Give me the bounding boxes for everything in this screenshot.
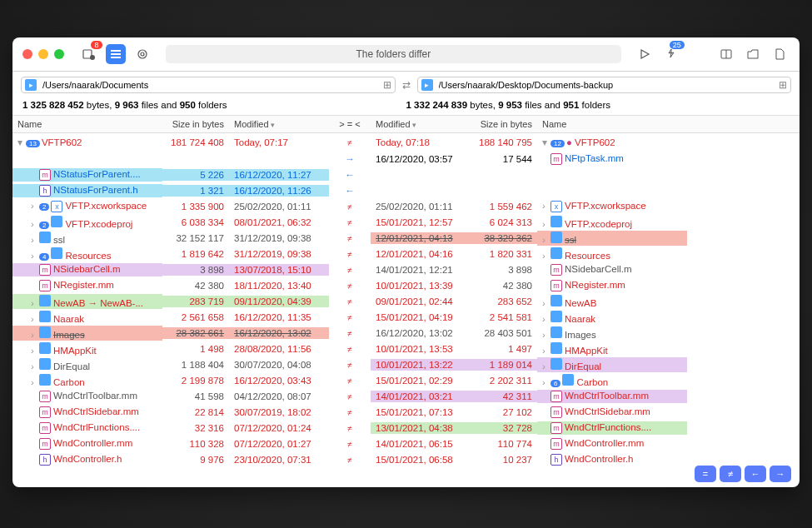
file-size: 1 498	[162, 343, 229, 355]
close-button[interactable]	[22, 49, 32, 59]
table-row[interactable]: mNSidebarCell.m3 89813/07/2018, 15:10≠14…	[12, 262, 800, 277]
chevron-right-icon[interactable]: ›	[31, 330, 39, 340]
left-path-input[interactable]	[42, 80, 380, 90]
header-name-right[interactable]: Name	[537, 116, 687, 132]
equals-button[interactable]: =	[695, 466, 716, 482]
table-row[interactable]: ›2VFTP.xcodeproj6 038 33408/01/2021, 06:…	[12, 214, 800, 230]
chevron-right-icon[interactable]: ›	[31, 251, 39, 261]
chevron-right-icon[interactable]: ›	[542, 298, 550, 308]
left-path-box[interactable]: ▸ ⊞	[21, 77, 396, 93]
table-row[interactable]: mWndCtrlToolbar.mm41 59804/12/2020, 08:0…	[12, 388, 800, 404]
sync-icon[interactable]: 25	[661, 44, 681, 64]
layout-columns-icon[interactable]	[716, 44, 736, 64]
table-row[interactable]: mWndCtrlSidebar.mm22 81430/07/2019, 18:0…	[12, 404, 800, 420]
diff-indicator: ≠	[329, 343, 371, 355]
table-row[interactable]: hWndController.h9 97623/10/2020, 07:31≠1…	[12, 451, 800, 467]
chevron-right-icon[interactable]: ›	[542, 314, 550, 324]
file-name: Naarak	[53, 314, 84, 324]
copy-left-button[interactable]: ←	[745, 466, 766, 482]
table-row[interactable]: ›Naarak2 561 65816/12/2020, 11:35≠15/01/…	[12, 309, 800, 325]
not-equals-button[interactable]: ≠	[720, 466, 741, 482]
chevron-right-icon[interactable]: ›	[542, 346, 550, 356]
chevron-right-icon[interactable]: ›	[31, 361, 39, 371]
table-row[interactable]: ›ssl32 152 11731/12/2019, 09:38≠12/01/20…	[12, 230, 800, 246]
header-size-right[interactable]: Size in bytes	[471, 116, 537, 132]
chevron-down-icon[interactable]: ▾	[17, 137, 26, 148]
play-icon[interactable]	[635, 44, 655, 64]
table-row[interactable]: ›DirEqual1 188 40430/07/2020, 04:08≠10/0…	[12, 356, 800, 372]
table-row[interactable]: ›Images28 382 66116/12/2020, 13:02≠16/12…	[12, 325, 800, 341]
table-row[interactable]: ›Carbon2 199 87816/12/2020, 03:43≠15/01/…	[12, 372, 800, 388]
header-size-left[interactable]: Size in bytes	[162, 116, 229, 132]
chevron-down-icon[interactable]: ▾	[542, 137, 550, 148]
chevron-right-icon[interactable]: ›	[542, 361, 550, 371]
svg-point-5	[138, 50, 147, 58]
chevron-right-icon[interactable]: ›	[31, 219, 39, 229]
fullscreen-button[interactable]	[54, 49, 64, 59]
file-modified: 25/02/2020, 01:11	[371, 201, 471, 212]
chevron-right-icon[interactable]: ›	[542, 219, 550, 229]
tree-icon[interactable]: ⊞	[383, 79, 391, 91]
header-name-left[interactable]: Name	[12, 116, 162, 132]
badge: 4	[39, 253, 49, 261]
header-modified-left[interactable]: Modified▾	[229, 116, 329, 132]
chevron-right-icon[interactable]: ›	[542, 251, 550, 261]
table-row[interactable]: hNStatusForParent.h1 32116/12/2020, 11:2…	[12, 182, 800, 198]
header-diff[interactable]: > = <	[329, 116, 371, 132]
file-name: NSidebarCell.m	[53, 264, 121, 274]
chevron-right-icon[interactable]: ›	[31, 346, 39, 356]
file-modified: 14/01/2021, 06:15	[371, 438, 471, 450]
tree-icon[interactable]: ⊞	[779, 79, 787, 91]
table-row[interactable]: ›2xVFTP.xcworkspace1 335 90025/02/2020, …	[12, 198, 800, 214]
copy-right-button[interactable]: →	[770, 466, 791, 482]
folder-icon: ▸	[25, 79, 37, 91]
file-name: WndController.h	[565, 454, 633, 464]
chevron-right-icon[interactable]: ›	[542, 201, 550, 211]
file-size: 1 189 014	[471, 359, 537, 371]
table-row[interactable]: mNRegister.mm42 38018/11/2020, 13:40≠10/…	[12, 277, 800, 293]
diff-indicator: ≠	[329, 438, 371, 450]
header-modified-right[interactable]: Modified▾	[371, 116, 471, 132]
file-size: 3 898	[471, 264, 537, 276]
chevron-right-icon[interactable]: ›	[31, 377, 39, 387]
chevron-right-icon[interactable]: ›	[31, 314, 39, 324]
file-modified: 31/12/2019, 09:38	[229, 232, 329, 244]
root-row[interactable]: ▾13VFTP602 181 724 408 Today, 07:17 ≠ To…	[12, 133, 800, 151]
right-path-input[interactable]	[439, 80, 776, 90]
file-size	[162, 158, 229, 160]
minimize-button[interactable]	[38, 49, 48, 59]
file-name: Carbon	[53, 377, 85, 387]
file-list[interactable]: ▾13VFTP602 181 724 408 Today, 07:17 ≠ To…	[12, 133, 800, 487]
file-modified: 16/12/2020, 11:26	[229, 185, 329, 197]
file-modified: 07/12/2020, 01:24	[229, 422, 329, 434]
file-name: WndCtrlFunctions....	[53, 422, 140, 432]
chevron-right-icon[interactable]: ›	[31, 201, 39, 211]
table-row[interactable]: ›HMAppKit1 49828/08/2020, 11:56≠10/01/20…	[12, 341, 800, 356]
gear-icon[interactable]	[132, 44, 152, 64]
table-row[interactable]: ›NewAB → NewAB-...283 71909/11/2020, 04:…	[12, 293, 800, 309]
chevron-right-icon[interactable]: ›	[31, 235, 39, 245]
svg-rect-3	[111, 53, 121, 55]
diff-indicator: ≠	[329, 359, 371, 371]
m-icon: m	[39, 406, 51, 418]
swap-icon[interactable]: ⇄	[402, 79, 411, 91]
table-row[interactable]: →16/12/2020, 03:5717 544mNFtpTask.mm	[12, 151, 800, 167]
file-name: NStatusForParent.h	[53, 185, 138, 195]
file-name: Resources	[65, 251, 111, 261]
compare-icon[interactable]: 8	[79, 44, 99, 64]
file-modified: 16/12/2020, 11:27	[229, 169, 329, 181]
table-row[interactable]: mWndController.mm110 32807/12/2020, 01:2…	[12, 436, 800, 451]
table-row[interactable]: mNStatusForParent....5 22616/12/2020, 11…	[12, 167, 800, 182]
file-modified: 08/01/2021, 06:32	[229, 217, 329, 228]
table-row[interactable]: mWndCtrlFunctions....32 31607/12/2020, 0…	[12, 420, 800, 436]
document-icon[interactable]	[770, 44, 790, 64]
chevron-right-icon[interactable]: ›	[542, 330, 550, 340]
folder-icon[interactable]	[743, 44, 763, 64]
chevron-right-icon[interactable]: ›	[542, 377, 550, 387]
chevron-right-icon[interactable]: ›	[31, 298, 39, 308]
table-row[interactable]: ›4Resources1 819 64231/12/2019, 09:38≠12…	[12, 246, 800, 262]
chevron-right-icon[interactable]: ›	[542, 235, 550, 245]
right-path-box[interactable]: ▸ ⊞	[417, 77, 792, 93]
list-view-icon[interactable]	[106, 44, 126, 64]
file-name: ssl	[53, 235, 65, 245]
